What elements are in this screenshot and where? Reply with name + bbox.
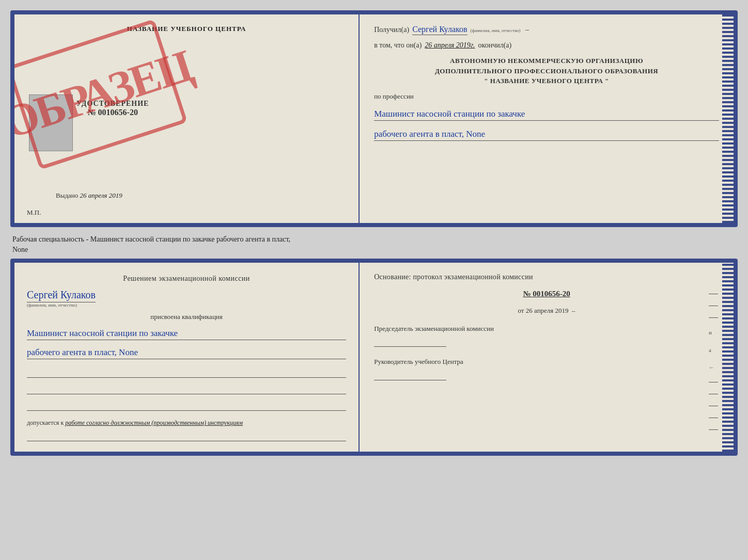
dopuskaetsya-line: допускается к работе согласно должностны… <box>27 419 346 427</box>
specialty-text-main: Рабочая специальность - Машинист насосно… <box>12 235 290 243</box>
vydano-label: Выдано <box>56 191 78 199</box>
dopuskaetsya-value: работе согласно должностным (производств… <box>65 419 243 426</box>
dopuskaetsya-label: допускается к <box>27 419 64 426</box>
right-dashes: и а ← <box>709 294 718 430</box>
r-dash-7 <box>709 418 718 418</box>
poluchil-line: Получил(а) Сергей Кулаков (фамилия, имя,… <box>374 25 719 35</box>
r-dash-1 <box>709 294 718 294</box>
blank-line-bottom <box>27 432 346 441</box>
photo-placeholder <box>29 94 73 151</box>
udostoverenie-block: УДОСТОВЕРЕНИЕ № 0010656-20 <box>76 100 149 117</box>
cert-top-right: Получил(а) Сергей Кулаков (фамилия, имя,… <box>360 14 734 223</box>
org-line2: ДОПОЛНИТЕЛЬНОГО ПРОФЕССИОНАЛЬНОГО ОБРАЗО… <box>374 66 719 76</box>
familiya-hint-bottom: (фамилия, имя, отчество) <box>27 302 346 308</box>
predsedatel-label: Председатель экзаменационной комиссии <box>374 324 719 333</box>
komissia-text: Решением экзаменационной комиссии <box>27 273 346 284</box>
bottom-certificate: Решением экзаменационной комиссии Сергей… <box>10 259 738 456</box>
bottom-name: Сергей Кулаков <box>27 289 96 302</box>
ot-date-block: от 26 апреля 2019 – <box>374 307 719 315</box>
rukovoditel-label: Руководитель учебного Центра <box>374 357 719 366</box>
ot-date: 26 апреля 2019 <box>526 307 569 314</box>
r-dash-3 <box>709 317 718 318</box>
prisvoena-label: присвоена квалификация <box>27 313 346 321</box>
udost-label: УДОСТОВЕРЕНИЕ <box>76 100 149 108</box>
completion-date: 26 апреля 2019г. <box>425 41 475 50</box>
cert-top-left: НАЗВАНИЕ УЧЕБНОГО ЦЕНТРА ОБРАЗЕЦ УДОСТОВ… <box>14 14 360 223</box>
r-dash-8 <box>709 429 718 430</box>
blank-line-1 <box>27 369 346 378</box>
osnovanie-text: Основание: протокол экзаменационной коми… <box>374 273 719 281</box>
vtom-label: в том, что он(а) <box>374 41 422 50</box>
side-decoration <box>722 14 734 223</box>
top-certificate: НАЗВАНИЕ УЧЕБНОГО ЦЕНТРА ОБРАЗЕЦ УДОСТОВ… <box>10 10 738 227</box>
org-line3: " НАЗВАНИЕ УЧЕБНОГО ЦЕНТРА " <box>374 76 719 86</box>
mp-label: М.П. <box>27 209 41 217</box>
r-dash-6 <box>709 406 718 406</box>
r-dash-4 <box>709 382 718 382</box>
org-line1: АВТОНОМНУЮ НЕКОММЕРЧЕСКУЮ ОРГАНИЗАЦИЮ <box>374 56 719 66</box>
predsedatel-block: Председатель экзаменационной комиссии <box>374 324 719 347</box>
poluchil-label: Получил(а) <box>374 26 409 34</box>
vydano-date: 26 апреля 2019 <box>80 191 122 199</box>
r-arrow-label: ← <box>709 364 718 371</box>
udost-number: № 0010656-20 <box>76 108 149 117</box>
qual-line1: Машинист насосной станции по закачке <box>27 328 346 340</box>
r-a-label: а <box>709 347 718 353</box>
blank-line-2 <box>27 385 346 394</box>
org-block: АВТОНОМНУЮ НЕКОММЕРЧЕСКУЮ ОРГАНИЗАЦИЮ ДО… <box>374 56 719 86</box>
po-professii: по профессии <box>374 92 719 101</box>
profession-line1: Машинист насосной станции по закачке <box>374 109 719 121</box>
rukovoditel-signature <box>374 369 446 380</box>
ot-label: от <box>518 307 524 314</box>
cert-bottom-right: Основание: протокол экзаменационной коми… <box>360 263 734 452</box>
okonchil-label: окончил(а) <box>478 41 512 50</box>
page-container: НАЗВАНИЕ УЧЕБНОГО ЦЕНТРА ОБРАЗЕЦ УДОСТОВ… <box>10 10 738 456</box>
vydano-line: Выдано 26 апреля 2019 <box>56 191 122 200</box>
name-block: Сергей Кулаков (фамилия, имя, отчество) <box>27 289 346 308</box>
recipient-name: Сергей Кулаков <box>412 25 467 35</box>
profession-line2: рабочего агента в пласт, None <box>374 129 719 141</box>
cert-bottom-left: Решением экзаменационной комиссии Сергей… <box>14 263 360 452</box>
side-decoration-bottom <box>722 263 734 452</box>
blank-lines <box>27 369 346 411</box>
specialty-area: Рабочая специальность - Машинист насосно… <box>10 231 738 254</box>
specialty-text-none: None <box>12 246 28 253</box>
blank-line-3 <box>27 402 346 411</box>
qual-line2: рабочего агента в пласт, None <box>27 347 346 359</box>
r-dash-2 <box>709 306 718 306</box>
predsedatel-signature <box>374 335 446 347</box>
familiya-hint: (фамилия, имя, отчество) <box>471 28 521 33</box>
vtom-line: в том, что он(а) 26 апреля 2019г. окончи… <box>374 41 719 50</box>
dash-sep: – <box>524 26 529 34</box>
protocol-number: № 0010656-20 <box>374 290 719 298</box>
r-dash-5 <box>709 394 718 394</box>
r-i-label: и <box>709 329 718 335</box>
rukovoditel-block: Руководитель учебного Центра <box>374 357 719 380</box>
top-cert-title: НАЗВАНИЕ УЧЕБНОГО ЦЕНТРА <box>27 25 346 33</box>
